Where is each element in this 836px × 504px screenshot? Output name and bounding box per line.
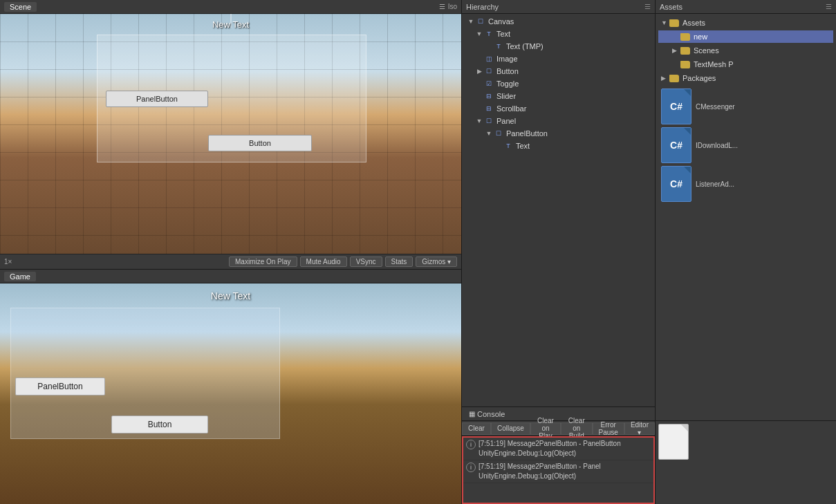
text-tmp-label: Text (TMP) (506, 42, 544, 50)
assets-panel: Assets ☰ ▼ Assets new ▶ (656, 0, 836, 421)
scene-tab[interactable]: Scene (4, 2, 37, 12)
game-panel: Game New Text PanelButton Button (0, 270, 461, 504)
hierarchy-item-slider[interactable]: ⊟ Slider (462, 90, 655, 102)
cmessenger-icon: C# (661, 88, 691, 124)
game-button[interactable]: Button (111, 416, 208, 433)
scrollbar-icon: ⊟ (484, 104, 494, 113)
scene-toolbar-menu-icon: ☰ (439, 3, 445, 10)
vsync-button[interactable]: VSync (350, 256, 382, 267)
hierarchy-item-canvas[interactable]: ▼ ☐ Canvas (462, 15, 655, 28)
assets-packages-folder-icon (669, 75, 679, 82)
console-content: i [7:51:19] Message2PanelButton - PanelB… (462, 436, 655, 504)
panel-icon: ☐ (484, 116, 494, 126)
scene-viewport: New Text PanelButton Button (0, 14, 461, 254)
console-clear-on-build-button[interactable]: Clear on Build (561, 422, 592, 435)
assets-tab-label: Assets (660, 3, 682, 11)
file-icon-item[interactable] (658, 424, 833, 460)
maximize-on-play-button[interactable]: Maximize On Play (229, 256, 297, 267)
console-clear-button[interactable]: Clear (462, 422, 491, 435)
csharp-item-cmessenger[interactable]: C# CMessenger (661, 88, 830, 124)
console-editor-button[interactable]: Editor ▾ (624, 422, 655, 435)
stats-button[interactable]: Stats (385, 256, 414, 267)
panel-arrow: ▼ (476, 118, 483, 124)
canvas-icon: ☐ (476, 17, 485, 26)
assets-packages-label: Packages (682, 74, 716, 82)
console-entry-1-icon: i (466, 440, 476, 449)
listener-icon: C# (661, 166, 691, 202)
csharp-icons-container: C# CMessenger C# IDownloadL... C# Listen… (658, 88, 833, 202)
console-entry-1-text: [7:51:19] Message2PanelButton - PanelBut… (479, 439, 621, 458)
assets-tab-bar: Assets ☰ (656, 0, 836, 14)
text-icon: T (484, 29, 494, 39)
scene-panel-button[interactable]: PanelButton (106, 91, 208, 107)
hierarchy-menu-icon[interactable]: ☰ (644, 3, 651, 10)
console-clear-on-play-button[interactable]: Clear on Play (530, 422, 561, 435)
assets-new-folder-icon (680, 33, 690, 41)
assets-root-label: Assets (682, 19, 705, 27)
assets-new-label: new (694, 32, 707, 41)
panel-label: Panel (496, 117, 516, 125)
text-arrow: ▼ (476, 30, 483, 37)
hierarchy-item-text[interactable]: ▼ T Text (462, 28, 655, 40)
cmessenger-label: CMessenger (696, 103, 735, 111)
hierarchy-item-image[interactable]: ◫ Image (462, 53, 655, 65)
image-label: Image (496, 55, 518, 63)
hierarchy-item-panelbutton[interactable]: ▼ ☐ PanelButton (462, 127, 655, 140)
hierarchy-tab: Hierarchy ☰ (462, 0, 655, 14)
console-entry-2-icon: i (466, 463, 476, 472)
text-leaf-icon: T (503, 141, 513, 151)
game-viewport: New Text PanelButton Button (0, 283, 461, 504)
hierarchy-item-text-leaf[interactable]: T Text (462, 140, 655, 152)
mute-audio-button[interactable]: Mute Audio (300, 256, 347, 267)
scene-button[interactable]: Button (208, 135, 312, 151)
console-tab-bar: ▦ Console (462, 407, 655, 421)
hierarchy-item-button[interactable]: ▶ ☐ Button (462, 65, 655, 77)
assets-textmesh-folder-icon (680, 61, 690, 68)
game-tab-bar: Game (0, 270, 461, 283)
assets-folder-new[interactable]: new (658, 30, 833, 43)
console-entry-2[interactable]: i [7:51:19] Message2PanelButton - Panel … (463, 460, 653, 483)
assets-folder-packages[interactable]: ▶ Packages (658, 72, 833, 84)
console-panel: ▦ Console Clear Collapse Clear on Play C… (462, 407, 655, 504)
image-icon: ◫ (484, 54, 494, 64)
hierarchy-panel: Hierarchy ☰ ▼ ☐ Canvas ▼ T Text (462, 0, 655, 407)
scene-tab-bar: Scene ☰ Iso (0, 0, 461, 14)
hierarchy-content: ▼ ☐ Canvas ▼ T Text T Text (TMP) (462, 14, 655, 407)
listener-label: ListenerAd... (696, 180, 734, 188)
canvas-arrow: ▼ (467, 18, 474, 25)
console-entry-1[interactable]: i [7:51:19] Message2PanelButton - PanelB… (463, 438, 653, 460)
assets-scenes-label: Scenes (694, 46, 719, 55)
hierarchy-item-scrollbar[interactable]: ⊟ Scrollbar (462, 102, 655, 115)
assets-menu-icon[interactable]: ☰ (826, 3, 832, 10)
assets-textmesh-label: TextMesh P (694, 60, 733, 68)
assets-folder-root[interactable]: ▼ Assets (658, 17, 833, 29)
button-arrow: ▶ (476, 68, 483, 75)
game-tab[interactable]: Game (4, 272, 36, 281)
panelbutton-label: PanelButton (506, 129, 548, 138)
button-icon: ☐ (484, 66, 494, 76)
text-leaf-label: Text (516, 142, 530, 150)
hierarchy-item-text-tmp[interactable]: T Text (TMP) (462, 40, 655, 53)
assets-folder-scenes[interactable]: ▶ Scenes (658, 44, 833, 57)
game-panel-box: PanelButton Button (10, 308, 280, 439)
csharp-item-idownload[interactable]: C# IDownloadL... (661, 127, 830, 163)
panelbutton-arrow: ▼ (485, 130, 492, 137)
assets-content: ▼ Assets new ▶ Scenes (656, 14, 836, 420)
gizmos-button[interactable]: Gizmos ▾ (416, 256, 457, 267)
hierarchy-item-toggle[interactable]: ☑ Toggle (462, 77, 655, 90)
scene-panel-box: PanelButton Button (97, 35, 366, 162)
idownload-label: IDownloadL... (696, 142, 738, 149)
assets-root-folder-icon (669, 19, 679, 27)
game-panel-button[interactable]: PanelButton (15, 377, 105, 395)
scene-iso-label: Iso (448, 3, 457, 10)
text-label: Text (496, 30, 510, 38)
csharp-item-listener[interactable]: C# ListenerAd... (661, 166, 830, 202)
console-error-pause-button[interactable]: Error Pause (593, 422, 624, 435)
file-icon-white (658, 424, 689, 460)
idownload-icon: C# (661, 127, 691, 163)
hierarchy-item-panel[interactable]: ▼ ☐ Panel (462, 115, 655, 127)
assets-folder-textmesh[interactable]: TextMesh P (658, 58, 833, 71)
console-entry-2-text: [7:51:19] Message2PanelButton - Panel Un… (479, 462, 601, 481)
scene-zoom-level: 1× (4, 258, 12, 265)
console-collapse-button[interactable]: Collapse (491, 422, 530, 435)
